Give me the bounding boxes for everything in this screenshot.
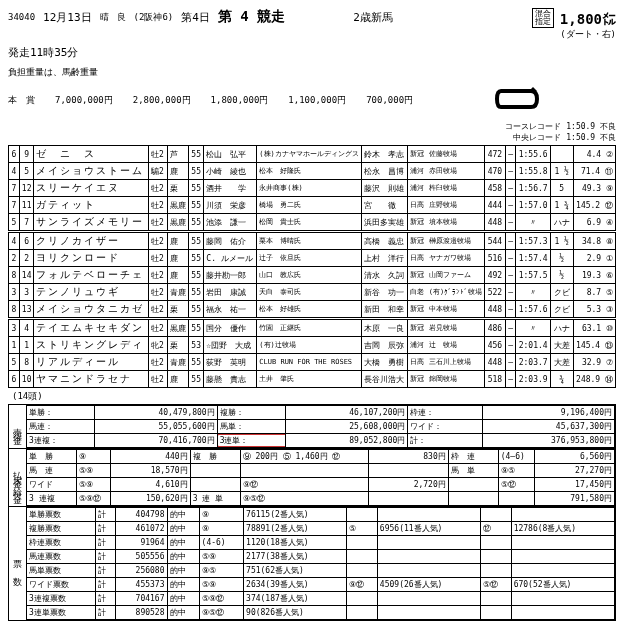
prize-4: 1,100,000円 [288, 94, 346, 107]
course: (ダート・右) [560, 29, 616, 39]
result-row: 610 ヤマニンドラセナ 牡2鹿55 藤懸 貴志土井 肇氏 長谷川浩大新冠 錦岡… [9, 371, 616, 388]
results-table: 69 ゼ ニ ス 牡2芦55 松山 弘平(株)カナヤマホールディングス 鈴木 孝… [8, 145, 616, 388]
start-time: 発走11時35分 [8, 45, 616, 60]
race-date: 12月13日 [43, 10, 92, 25]
votes-section: 票 数 単勝票数計404798的中⑨76115(2番人気)複勝票数計461072… [8, 506, 616, 621]
prize-row: 本 賞 7,000,000円 2,800,000円 1,800,000円 1,1… [8, 85, 616, 115]
payout-label: 払戻金・給付金 [9, 449, 26, 506]
carabiner-icon [493, 85, 543, 115]
weight-note: 負担重量は、馬齢重量 [8, 66, 616, 79]
course-record: コースレコード 1:50.9 不良 [8, 121, 616, 132]
race-class: 2歳新馬 [353, 10, 393, 25]
payout-table: 単 勝⑨440円 複 勝⑨ 200円 ⑤ 1,460円 ⑫830円 枠 連(4―… [26, 449, 615, 506]
votes-label: 票 数 [9, 507, 26, 620]
result-row: 712 スリーケイエヌ 牡2栗55 酒井 学永井商事(株) 藤沢 則雄浦河 杵臼… [9, 180, 616, 197]
records: コースレコード 1:50.9 不良 中央レコード 1:50.9 不良 [8, 121, 616, 143]
result-row: 45 メイショウストーム 騸2鹿55 小崎 綾也松本 好隆氏 松永 昌博浦河 赤… [9, 163, 616, 180]
result-row: 33 テンノリュウギ 牡2青鹿55 岩田 康誠天白 泰司氏 新谷 功一白老 (有… [9, 284, 616, 301]
prize-label: 本 賞 [8, 94, 35, 107]
result-row: 69 ゼ ニ ス 牡2芦55 松山 弘平(株)カナヤマホールディングス 鈴木 孝… [9, 146, 616, 163]
sales-label: 売得金 [9, 405, 26, 448]
result-row: 57 サンライズメモリー 牡2黒鹿55 池添 謙一松岡 貴士氏 浜田多実雄新冠 … [9, 214, 616, 231]
sales-table: 単勝：40,479,800円複勝：46,107,200円枠連：9,196,400… [26, 405, 615, 448]
race-number: 第 4 競走 [218, 8, 285, 26]
result-row: 58 リアルディール 牡2青鹿55 荻野 英明CLUB RUN FOR THE … [9, 354, 616, 371]
prize-2: 2,800,000円 [133, 94, 191, 107]
result-row: 711 ガティット 牡2黒鹿55 川須 栄彦橋場 勇二氏 宮 徹日高 庄野牧場 … [9, 197, 616, 214]
payout-section: 払戻金・給付金 単 勝⑨440円 複 勝⑨ 200円 ⑤ 1,460円 ⑫830… [8, 448, 616, 507]
result-row: 814 フォルテベローチェ 牡2鹿55 藤井勘一郎山口 教広氏 清水 久詞新冠 … [9, 267, 616, 284]
horse-count: (14頭) [8, 388, 616, 405]
header-row: 34040 12月13日 晴 良 (2阪神6) 第4日 第 4 競走 2歳新馬 … [8, 8, 616, 41]
result-row: 22 ヨリクンロード 牡2鹿55 C. ルメール辻子 依旦氏 上村 洋行日高 ヤ… [9, 250, 616, 267]
result-row: 813 メイショウタニカゼ 牡2栗55 福永 祐一松本 好雄氏 新田 和幸新冠 … [9, 301, 616, 318]
sales-section: 売得金 単勝：40,479,800円複勝：46,107,200円枠連：9,196… [8, 404, 616, 449]
weather: 晴 [100, 11, 109, 24]
result-row: 11 ストリキングレディ 牝2栗53 ☆団野 大成(有)辻牧場 吉岡 辰弥浦河 … [9, 337, 616, 354]
track-cond: 良 [117, 11, 126, 24]
votes-table: 単勝票数計404798的中⑨76115(2番人気)複勝票数計461072的中⑨7… [26, 507, 615, 620]
race-code: 34040 [8, 12, 35, 22]
prize-1: 7,000,000円 [55, 94, 113, 107]
distance: 1,800㍍ [560, 11, 616, 27]
prize-5: 700,000円 [366, 94, 413, 107]
prize-3: 1,800,000円 [211, 94, 269, 107]
result-row: 46 クリノカイザー 牡2鹿55 藤岡 佑介栗本 博晴氏 高橋 義忠新冠 榊原渡… [9, 233, 616, 250]
venue: (2阪神6) [134, 11, 174, 24]
central-record: 中央レコード 1:50.9 不良 [8, 132, 616, 143]
dist-box: 混合 指定 [532, 8, 554, 28]
result-row: 34 テイエムキセキダン 牡2黒鹿55 国分 優作竹園 正継氏 木原 一良新冠 … [9, 320, 616, 337]
race-day: 第4日 [181, 10, 210, 25]
